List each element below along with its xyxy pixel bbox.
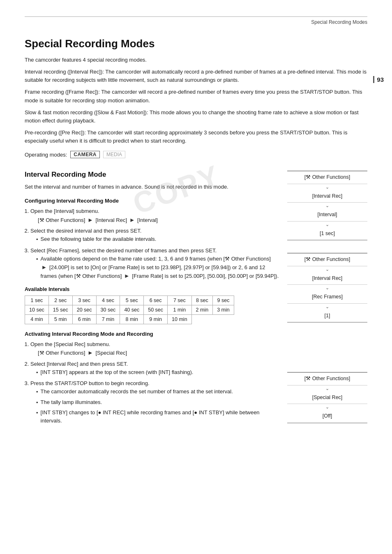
table-cell: 10 sec — [25, 305, 49, 315]
table-cell: 6 min — [72, 315, 96, 324]
sidebar-item-3-1: [⚒ Other Functions] — [287, 372, 367, 385]
table-cell: 1 min — [168, 305, 192, 315]
sidebar-item-2-2: [Interval Rec] — [287, 272, 367, 285]
intro-para-2: Interval recording ([Interval Rec]): The… — [25, 68, 367, 84]
table-cell: 6 sec — [144, 296, 168, 305]
table-cell: 15 sec — [48, 305, 72, 315]
sidebar-item-1-4: [1 sec] — [287, 228, 367, 240]
sidebar-arrow-2-3: ⌄ — [287, 305, 367, 309]
sidebar-item-3-2: [Special Rec] — [287, 392, 367, 404]
main-title: Special Recording Modes — [25, 37, 367, 50]
table-cell: 2 min — [191, 305, 213, 315]
activate-step-3: Press the START/STOP button to begin rec… — [30, 379, 279, 425]
sidebar-item-3-3: [Off] — [287, 410, 367, 423]
step-1: Open the [Interval] submenu. [⚒ Other Fu… — [30, 207, 279, 224]
sidebar-group-2: [⚒ Other Functions] ⌄ [Interval Rec] ⌄ [… — [287, 253, 367, 323]
main-col: COPY Interval Recording Mode Set the int… — [25, 171, 287, 432]
section-title-interval: Interval Recording Mode — [25, 171, 279, 179]
interval-intro: Set the interval and number of frames in… — [25, 183, 279, 191]
table-cell: 40 sec — [120, 305, 144, 315]
table-cell: 3 min — [213, 305, 234, 315]
activate-step-2-bullet: • [INT STBY] appears at the top of the s… — [36, 368, 279, 377]
table-cell: 30 sec — [96, 305, 120, 315]
table-cell: 5 min — [48, 315, 72, 324]
intro-para-5: Pre-recording ([Pre Rec]): The camcorder… — [25, 129, 367, 145]
top-rule — [25, 16, 367, 17]
table-cell: 4 min — [25, 315, 49, 324]
table-cell: 5 sec — [120, 296, 144, 305]
table-cell — [213, 315, 234, 324]
activate-step-2: Select [Interval Rec] and then press SET… — [30, 360, 279, 377]
table-cell: 4 sec — [96, 296, 120, 305]
table-cell: 7 sec — [168, 296, 192, 305]
step-2: Select the desired interval and then pre… — [30, 227, 279, 244]
available-intervals-header: Available Intervals — [25, 286, 279, 292]
activate-step-1: Open the [Special Rec] submenu. [⚒ Other… — [30, 340, 279, 358]
sidebar-rule-1b — [287, 240, 367, 240]
step-3: Select [Rec Frames], select the desired … — [30, 247, 279, 281]
sidebar-item-1-3: [Interval] — [287, 209, 367, 222]
intro-para-4: Slow & fast motion recording ([Slow & Fa… — [25, 108, 367, 125]
table-cell: 8 min — [120, 315, 144, 324]
table-cell — [191, 315, 213, 324]
page: Special Recording Modes 93 Special Recor… — [0, 0, 392, 554]
step-2-bullet: • See the following table for the availa… — [36, 235, 279, 244]
page-header: Special Recording Modes — [25, 19, 367, 25]
configuring-steps: Open the [Interval] submenu. [⚒ Other Fu… — [30, 207, 279, 281]
activate-step-3-bullet-3: • [INT STBY] changes to [● INT REC] whil… — [36, 409, 279, 425]
table-cell: 20 sec — [72, 305, 96, 315]
mode-camera: CAMERA — [70, 151, 100, 158]
sidebar-item-2-1: [⚒ Other Functions] — [287, 253, 367, 266]
wrench-icon-1: ⚒ — [39, 217, 44, 223]
sidebar-item-2-3: [Rec Frames] — [287, 291, 367, 304]
sidebar-rule-3b — [287, 423, 367, 423]
sidebar-arrow-3-2: ⌄ — [287, 405, 367, 409]
intro-para-1: The camcorder features 4 special recordi… — [25, 56, 367, 64]
sidebar-arrow-1-2: ⌄ — [287, 203, 367, 208]
table-cell: 10 min — [168, 315, 192, 324]
activate-step-3-bullet-2: • The tally lamp illuminates. — [36, 398, 279, 407]
sidebar-rule-2b — [287, 322, 367, 323]
sidebar-item-1-1: [⚒ Other Functions] — [287, 171, 367, 184]
intro-para-3: Frame recording ([Frame Rec]): The camco… — [25, 88, 367, 104]
subsection-activating: Activating Interval Recording Mode and R… — [25, 331, 279, 337]
menu-path-1: [⚒ Other Functions] ► [Interval Rec] ► [… — [38, 216, 279, 225]
header-title: Special Recording Modes — [311, 19, 367, 25]
sidebar-arrow-2-2: ⌄ — [287, 286, 367, 290]
content-area: COPY Interval Recording Mode Set the int… — [25, 171, 367, 432]
wrench-icon-2: ⚒ — [39, 350, 44, 356]
activating-steps: Open the [Special Rec] submenu. [⚒ Other… — [30, 340, 279, 425]
sidebar-arrow-2-1: ⌄ — [287, 267, 367, 272]
sidebar-group-3: [⚒ Other Functions] ⌄ [Special Rec] ⌄ [O… — [287, 372, 367, 423]
sidebar-arrow-3-1: ⌄ — [287, 386, 367, 391]
table-cell: 8 sec — [191, 296, 213, 305]
interval-table: 1 sec2 sec3 sec4 sec5 sec6 sec7 sec8 sec… — [25, 295, 234, 324]
operating-modes-label: Operating modes: — [25, 152, 67, 158]
page-number: 93 — [373, 76, 384, 83]
menu-path-2: [⚒ Other Functions] ► [Special Rec] — [38, 349, 279, 358]
sidebar-item-1-2: [Interval Rec] — [287, 190, 367, 203]
table-cell: 50 sec — [144, 305, 168, 315]
operating-modes: Operating modes: CAMERA MEDIA — [25, 151, 367, 158]
sidebar-item-2-4: [1] — [287, 310, 367, 323]
subsection-configuring: Configuring Interval Recording Mode — [25, 198, 279, 204]
table-cell: 2 sec — [48, 296, 72, 305]
table-cell: 7 min — [96, 315, 120, 324]
step-3-bullet: • Available options depend on the frame … — [36, 255, 279, 281]
table-cell: 1 sec — [25, 296, 49, 305]
sidebar-group-1: [⚒ Other Functions] ⌄ [Interval Rec] ⌄ [… — [287, 171, 367, 240]
sidebar-col: [⚒ Other Functions] ⌄ [Interval Rec] ⌄ [… — [287, 171, 367, 432]
table-cell: 9 min — [144, 315, 168, 324]
mode-media: MEDIA — [103, 151, 125, 158]
activate-step-3-bullet-1: • The camcorder automatically records th… — [36, 388, 279, 396]
sidebar-arrow-1-3: ⌄ — [287, 222, 367, 227]
table-cell: 3 sec — [72, 296, 96, 305]
table-cell: 9 sec — [213, 296, 234, 305]
sidebar-arrow-1-1: ⌄ — [287, 185, 367, 189]
